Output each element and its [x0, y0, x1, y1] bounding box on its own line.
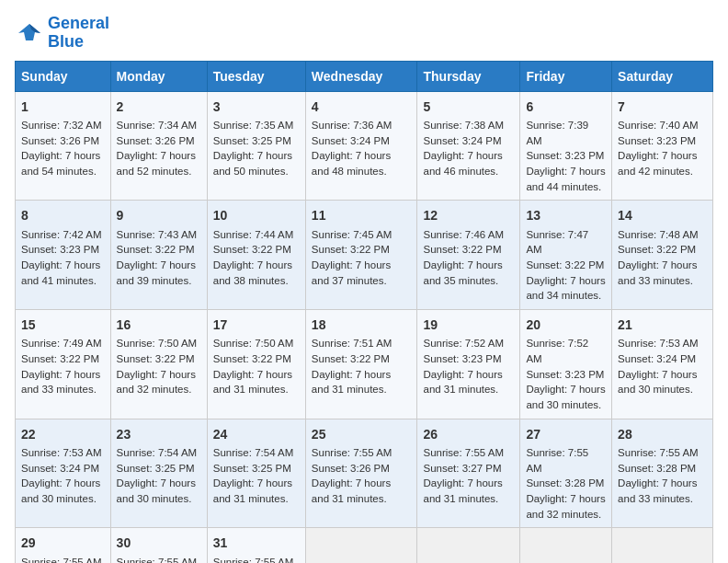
sunrise-text: Sunrise: 7:50 AM: [117, 338, 198, 349]
sunset-text: Sunset: 3:25 PM: [213, 135, 291, 146]
calendar-cell: 28Sunrise: 7:55 AMSunset: 3:28 PMDayligh…: [612, 419, 713, 528]
day-number: 10: [213, 206, 300, 224]
calendar-cell: 24Sunrise: 7:54 AMSunset: 3:25 PMDayligh…: [207, 419, 305, 528]
sunset-text: Sunset: 3:23 PM: [618, 135, 696, 146]
logo-text: General Blue: [48, 15, 109, 52]
calendar-cell: 3Sunrise: 7:35 AMSunset: 3:25 PMDaylight…: [207, 91, 305, 201]
calendar-cell: 27Sunrise: 7:55 AMSunset: 3:28 PMDayligh…: [520, 419, 612, 528]
week-row-5: 29Sunrise: 7:55 AMSunset: 3:29 PMDayligh…: [16, 528, 713, 563]
daylight-text: Daylight: 7 hours and 31 minutes.: [213, 369, 292, 396]
sunset-text: Sunset: 3:23 PM: [526, 150, 604, 161]
week-row-4: 22Sunrise: 7:53 AMSunset: 3:24 PMDayligh…: [16, 419, 713, 528]
sunrise-text: Sunrise: 7:39 AM: [526, 120, 588, 146]
sunrise-text: Sunrise: 7:45 AM: [312, 229, 392, 240]
sunrise-text: Sunrise: 7:55 AM: [213, 557, 294, 563]
day-number: 6: [526, 98, 606, 116]
sunset-text: Sunset: 3:25 PM: [213, 463, 291, 474]
calendar-cell: 2Sunrise: 7:34 AMSunset: 3:26 PMDaylight…: [110, 91, 207, 201]
sunrise-text: Sunrise: 7:55 AM: [618, 447, 699, 458]
sunrise-text: Sunrise: 7:53 AM: [21, 447, 102, 458]
sunrise-text: Sunrise: 7:54 AM: [213, 447, 294, 458]
day-number: 7: [618, 98, 707, 116]
calendar-cell: 31Sunrise: 7:55 AMSunset: 3:31 PMDayligh…: [207, 528, 305, 563]
daylight-text: Daylight: 7 hours and 35 minutes.: [423, 259, 502, 286]
sunset-text: Sunset: 3:22 PM: [117, 244, 195, 255]
sunrise-text: Sunrise: 7:49 AM: [21, 338, 102, 349]
sunrise-text: Sunrise: 7:36 AM: [312, 120, 392, 131]
daylight-text: Daylight: 7 hours and 30 minutes.: [618, 369, 697, 396]
day-number: 12: [423, 206, 514, 224]
sunrise-text: Sunrise: 7:55 AM: [526, 447, 588, 474]
daylight-text: Daylight: 7 hours and 31 minutes.: [423, 369, 502, 396]
sunset-text: Sunset: 3:22 PM: [618, 244, 696, 255]
daylight-text: Daylight: 7 hours and 30 minutes.: [117, 477, 196, 504]
calendar-cell: 5Sunrise: 7:38 AMSunset: 3:24 PMDaylight…: [417, 91, 520, 201]
calendar-cell: 6Sunrise: 7:39 AMSunset: 3:23 PMDaylight…: [520, 91, 612, 201]
calendar-cell: 7Sunrise: 7:40 AMSunset: 3:23 PMDaylight…: [612, 91, 713, 201]
daylight-text: Daylight: 7 hours and 33 minutes.: [618, 259, 697, 286]
day-number: 29: [21, 534, 105, 552]
sunset-text: Sunset: 3:24 PM: [618, 353, 696, 364]
day-number: 14: [618, 206, 707, 224]
day-number: 22: [21, 425, 105, 443]
daylight-text: Daylight: 7 hours and 31 minutes.: [312, 477, 391, 504]
calendar-cell: 10Sunrise: 7:44 AMSunset: 3:22 PMDayligh…: [207, 201, 305, 310]
sunrise-text: Sunrise: 7:55 AM: [312, 447, 392, 458]
calendar-cell: 18Sunrise: 7:51 AMSunset: 3:22 PMDayligh…: [305, 309, 417, 419]
day-number: 4: [312, 98, 412, 116]
day-number: 26: [423, 425, 514, 443]
calendar-cell: 15Sunrise: 7:49 AMSunset: 3:22 PMDayligh…: [16, 309, 111, 419]
sunrise-text: Sunrise: 7:47 AM: [526, 229, 588, 256]
daylight-text: Daylight: 7 hours and 32 minutes.: [526, 493, 605, 520]
sunrise-text: Sunrise: 7:50 AM: [213, 338, 294, 349]
col-header-saturday: Saturday: [612, 61, 713, 91]
sunrise-text: Sunrise: 7:44 AM: [213, 229, 294, 240]
day-number: 13: [526, 206, 606, 224]
calendar-cell: 12Sunrise: 7:46 AMSunset: 3:22 PMDayligh…: [417, 201, 520, 310]
sunset-text: Sunset: 3:25 PM: [117, 463, 195, 474]
header: General Blue: [15, 15, 713, 52]
day-number: 30: [117, 534, 201, 552]
daylight-text: Daylight: 7 hours and 54 minutes.: [21, 150, 100, 177]
daylight-text: Daylight: 7 hours and 39 minutes.: [117, 259, 196, 286]
day-number: 11: [312, 206, 412, 224]
calendar-table: SundayMondayTuesdayWednesdayThursdayFrid…: [15, 61, 713, 563]
calendar-cell: 14Sunrise: 7:48 AMSunset: 3:22 PMDayligh…: [612, 201, 713, 310]
daylight-text: Daylight: 7 hours and 48 minutes.: [312, 150, 391, 177]
day-number: 1: [21, 98, 105, 116]
sunset-text: Sunset: 3:22 PM: [423, 244, 501, 255]
calendar-cell: 30Sunrise: 7:55 AMSunset: 3:30 PMDayligh…: [110, 528, 207, 563]
sunset-text: Sunset: 3:24 PM: [312, 135, 390, 146]
daylight-text: Daylight: 7 hours and 33 minutes.: [618, 477, 697, 504]
sunset-text: Sunset: 3:24 PM: [21, 463, 99, 474]
calendar-cell: 25Sunrise: 7:55 AMSunset: 3:26 PMDayligh…: [305, 419, 417, 528]
col-header-tuesday: Tuesday: [207, 61, 305, 91]
calendar-cell: 29Sunrise: 7:55 AMSunset: 3:29 PMDayligh…: [16, 528, 111, 563]
calendar-cell: 23Sunrise: 7:54 AMSunset: 3:25 PMDayligh…: [110, 419, 207, 528]
sunset-text: Sunset: 3:26 PM: [117, 135, 195, 146]
daylight-text: Daylight: 7 hours and 37 minutes.: [312, 259, 391, 286]
daylight-text: Daylight: 7 hours and 30 minutes.: [21, 477, 100, 504]
col-header-friday: Friday: [520, 61, 612, 91]
day-number: 9: [117, 206, 201, 224]
calendar-cell: 9Sunrise: 7:43 AMSunset: 3:22 PMDaylight…: [110, 201, 207, 310]
day-number: 5: [423, 98, 514, 116]
day-number: 23: [117, 425, 201, 443]
daylight-text: Daylight: 7 hours and 30 minutes.: [526, 384, 605, 410]
daylight-text: Daylight: 7 hours and 50 minutes.: [213, 150, 292, 177]
calendar-cell: 1Sunrise: 7:32 AMSunset: 3:26 PMDaylight…: [16, 91, 111, 201]
sunset-text: Sunset: 3:22 PM: [21, 353, 99, 364]
sunrise-text: Sunrise: 7:43 AM: [117, 229, 198, 240]
day-number: 25: [312, 425, 412, 443]
day-number: 24: [213, 425, 300, 443]
sunset-text: Sunset: 3:28 PM: [618, 463, 696, 474]
sunrise-text: Sunrise: 7:51 AM: [312, 338, 392, 349]
day-number: 3: [213, 98, 300, 116]
sunrise-text: Sunrise: 7:35 AM: [213, 120, 294, 131]
day-number: 27: [526, 425, 606, 443]
daylight-text: Daylight: 7 hours and 34 minutes.: [526, 275, 605, 302]
calendar-cell: 26Sunrise: 7:55 AMSunset: 3:27 PMDayligh…: [417, 419, 520, 528]
logo-bird-icon: [15, 20, 44, 46]
col-header-wednesday: Wednesday: [305, 61, 417, 91]
sunrise-text: Sunrise: 7:40 AM: [618, 120, 699, 131]
